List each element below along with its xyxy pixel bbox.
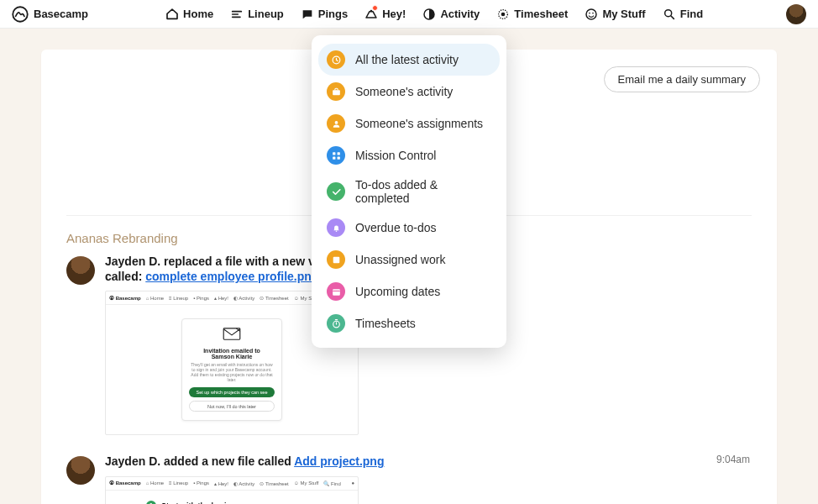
svg-rect-11 xyxy=(333,90,340,95)
invite-desc: They'll get an email with instructions o… xyxy=(189,362,275,382)
nav-timesheet-label: Timesheet xyxy=(514,8,568,20)
dropdown-item-box[interactable]: Unassigned work xyxy=(318,244,500,276)
calendar-icon xyxy=(327,282,345,301)
dropdown-item-label: Someone's assignments xyxy=(355,117,483,130)
invite-card: Invitation emailed to Samson Kiarie They… xyxy=(181,318,282,421)
pings-icon xyxy=(301,8,314,21)
dropdown-item-timer[interactable]: Timesheets xyxy=(318,307,500,339)
dropdown-item-label: Overdue to-dos xyxy=(355,221,437,234)
svg-point-7 xyxy=(593,12,595,13)
headline-text: Jayden D. replaced a file with a new ver… xyxy=(105,255,333,268)
lineup-icon xyxy=(230,8,244,21)
grid-icon xyxy=(327,146,345,165)
nav-home[interactable]: Home xyxy=(165,8,213,21)
svg-point-6 xyxy=(590,12,591,13)
invite-line2: Samson Kiarie xyxy=(189,354,275,360)
dropdown-item-label: Unassigned work xyxy=(355,253,445,266)
dropdown-item-label: Timesheets xyxy=(355,317,416,330)
dropdown-item-check[interactable]: To-dos added & completed xyxy=(318,171,500,212)
brand-label: Basecamp xyxy=(34,8,88,20)
nav-home-label: Home xyxy=(183,8,213,20)
activity-entry: Jayden D. added a new file called Add pr… xyxy=(41,454,777,504)
invite-line1: Invitation emailed to xyxy=(189,348,275,354)
top-nav: Basecamp Home Lineup Pings Hey! Activity… xyxy=(0,0,818,29)
dropdown-item-bell[interactable]: Overdue to-dos xyxy=(318,212,500,244)
dropdown-item-label: All the latest activity xyxy=(355,53,459,66)
entry-time: 9:04am xyxy=(716,454,750,465)
dropdown-item-grid[interactable]: Mission Control xyxy=(318,139,500,171)
nav-pings[interactable]: Pings xyxy=(301,8,348,21)
nav-mystuff-label: My Stuff xyxy=(602,8,645,20)
svg-rect-14 xyxy=(337,152,339,155)
svg-point-17 xyxy=(335,230,337,232)
check-icon xyxy=(327,182,345,201)
svg-rect-16 xyxy=(337,156,339,159)
svg-rect-9 xyxy=(223,328,240,339)
entry-avatar[interactable] xyxy=(66,256,95,285)
notification-dot-icon xyxy=(372,5,378,11)
nav-hey[interactable]: Hey! xyxy=(364,8,406,21)
svg-rect-19 xyxy=(333,289,340,296)
dropdown-item-person[interactable]: Someone's assignments xyxy=(318,108,500,139)
bell-icon xyxy=(327,218,345,237)
nav-activity-label: Activity xyxy=(440,8,480,20)
brand[interactable]: Basecamp xyxy=(12,6,88,23)
box-icon xyxy=(327,250,345,269)
briefcase-icon xyxy=(327,82,345,101)
entry-avatar[interactable] xyxy=(66,456,95,485)
nav-activity[interactable]: Activity xyxy=(422,8,480,21)
headline-text: Jayden D. added a new file called xyxy=(105,454,294,468)
svg-point-4 xyxy=(501,12,506,16)
dropdown-item-calendar[interactable]: Upcoming dates xyxy=(318,276,500,307)
headline-mid: called: xyxy=(105,270,145,283)
dropdown-item-clock[interactable]: All the latest activity xyxy=(318,44,500,76)
activity-dropdown: All the latest activitySomeone's activit… xyxy=(312,35,506,348)
svg-rect-15 xyxy=(333,156,335,159)
start-basics-row: 1 Start with the basics xyxy=(146,501,317,504)
dropdown-item-briefcase[interactable]: Someone's activity xyxy=(318,76,500,108)
dropdown-item-label: Upcoming dates xyxy=(355,285,440,298)
svg-rect-18 xyxy=(333,256,339,263)
nav-hey-label: Hey! xyxy=(382,8,406,20)
basecamp-logo-icon xyxy=(12,6,29,23)
person-icon xyxy=(327,114,345,133)
step-badge-icon: 1 xyxy=(146,501,156,504)
nav-timesheet[interactable]: Timesheet xyxy=(496,8,568,21)
clock-icon xyxy=(327,50,345,69)
envelope-icon xyxy=(223,328,241,341)
mystuff-icon xyxy=(585,8,598,21)
find-icon xyxy=(663,8,676,21)
dropdown-item-label: To-dos added & completed xyxy=(355,178,491,205)
thumb-mini-nav: ⦿ Basecamp⌂ Home≡ Lineup▪ Pings▴ Hey!◐ A… xyxy=(106,477,358,491)
email-summary-button[interactable]: Email me a daily summary xyxy=(604,66,760,92)
file-link[interactable]: complete employee profile.png xyxy=(145,270,318,283)
dropdown-item-label: Mission Control xyxy=(355,149,436,162)
activity-icon xyxy=(422,8,436,21)
invite-secondary-btn: Not now, I'll do this later xyxy=(189,401,275,412)
svg-point-12 xyxy=(334,120,338,123)
invite-primary-btn: Set up which projects they can see xyxy=(189,387,275,397)
profile-avatar[interactable] xyxy=(786,4,806,24)
entry-headline: Jayden D. added a new file called Add pr… xyxy=(105,454,752,469)
timesheet-icon xyxy=(496,8,510,21)
home-icon xyxy=(165,8,179,21)
nav-links: Home Lineup Pings Hey! Activity Timeshee… xyxy=(165,8,703,21)
nav-mystuff[interactable]: My Stuff xyxy=(585,8,645,21)
nav-find-label: Find xyxy=(680,8,703,20)
start-basics-label: Start with the basics xyxy=(161,501,235,504)
nav-pings-label: Pings xyxy=(318,8,348,20)
dropdown-item-label: Someone's activity xyxy=(355,85,453,98)
file-thumbnail[interactable]: ⦿ Basecamp⌂ Home≡ Lineup▪ Pings▴ Hey!◐ A… xyxy=(105,476,359,504)
file-link[interactable]: Add project.png xyxy=(294,454,384,468)
nav-lineup-label: Lineup xyxy=(248,8,284,20)
svg-point-5 xyxy=(586,9,596,19)
nav-find[interactable]: Find xyxy=(663,8,703,21)
timer-icon xyxy=(327,314,345,333)
svg-rect-13 xyxy=(333,152,335,155)
nav-lineup[interactable]: Lineup xyxy=(230,8,284,21)
